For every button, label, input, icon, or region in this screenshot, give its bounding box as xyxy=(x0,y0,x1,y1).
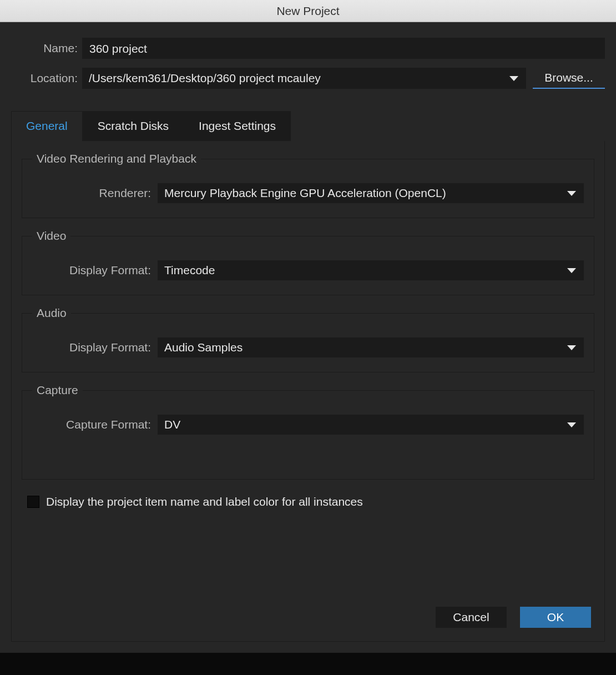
capture-format-label: Capture Format: xyxy=(32,418,158,431)
dialog-button-row: Cancel OK xyxy=(22,590,594,630)
dialog-body: Name: 360 project Location: /Users/kem36… xyxy=(0,22,616,653)
capture-format-select[interactable]: DV xyxy=(158,415,584,435)
display-all-instances-label: Display the project item name and label … xyxy=(46,495,363,508)
legend-rendering: Video Rendering and Playback xyxy=(32,152,201,165)
video-display-format-value: Timecode xyxy=(164,264,215,277)
group-video-rendering: Video Rendering and Playback Renderer: M… xyxy=(22,152,594,218)
browse-button[interactable]: Browse... xyxy=(533,68,605,89)
chevron-down-icon xyxy=(567,345,576,350)
audio-display-format-value: Audio Samples xyxy=(164,341,243,354)
group-audio: Audio Display Format: Audio Samples xyxy=(22,306,594,372)
tab-general[interactable]: General xyxy=(11,111,83,141)
chevron-down-icon xyxy=(567,191,576,196)
renderer-value: Mercury Playback Engine GPU Acceleration… xyxy=(164,187,446,200)
legend-video: Video xyxy=(32,229,70,243)
tab-ingest-settings[interactable]: Ingest Settings xyxy=(184,111,291,141)
legend-capture: Capture xyxy=(32,384,83,397)
group-capture: Capture Capture Format: DV xyxy=(22,384,594,480)
cancel-button[interactable]: Cancel xyxy=(436,607,507,628)
video-display-format-label: Display Format: xyxy=(32,264,158,277)
capture-format-value: DV xyxy=(164,418,180,431)
location-select[interactable]: /Users/kem361/Desktop/360 project mcaule… xyxy=(82,68,526,89)
display-all-instances-checkbox[interactable] xyxy=(27,496,39,508)
display-all-instances-row: Display the project item name and label … xyxy=(22,495,594,508)
name-input[interactable]: 360 project xyxy=(82,38,605,59)
chevron-down-icon xyxy=(509,76,518,81)
video-display-format-select[interactable]: Timecode xyxy=(158,260,584,280)
chevron-down-icon xyxy=(567,422,576,427)
location-value: /Users/kem361/Desktop/360 project mcaule… xyxy=(89,72,321,85)
group-video: Video Display Format: Timecode xyxy=(22,229,594,295)
tab-content-general: Video Rendering and Playback Renderer: M… xyxy=(11,141,605,642)
ok-button[interactable]: OK xyxy=(520,607,591,628)
tab-scratch-disks[interactable]: Scratch Disks xyxy=(83,111,184,141)
renderer-label: Renderer: xyxy=(32,187,158,200)
window-title: New Project xyxy=(276,4,339,18)
audio-display-format-label: Display Format: xyxy=(32,341,158,354)
name-row: Name: 360 project xyxy=(11,38,605,59)
tab-bar: General Scratch Disks Ingest Settings xyxy=(11,111,605,141)
name-label: Name: xyxy=(11,42,82,55)
location-label: Location: xyxy=(11,72,82,85)
audio-display-format-select[interactable]: Audio Samples xyxy=(158,338,584,357)
renderer-select[interactable]: Mercury Playback Engine GPU Acceleration… xyxy=(158,183,584,203)
location-row: Location: /Users/kem361/Desktop/360 proj… xyxy=(11,68,605,89)
chevron-down-icon xyxy=(567,268,576,273)
legend-audio: Audio xyxy=(32,306,71,320)
title-bar: New Project xyxy=(0,0,616,22)
